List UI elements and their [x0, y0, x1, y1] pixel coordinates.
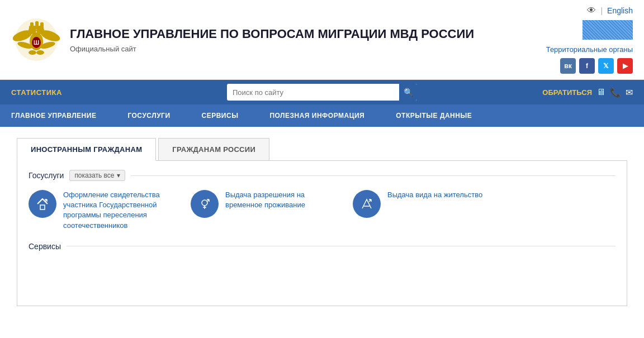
logo-emblem: Ш — [11, 15, 61, 65]
service-text-3[interactable]: Выдача вида на жительство — [387, 190, 482, 200]
contact-nav-item[interactable]: ОБРАТИТЬСЯ — [542, 88, 592, 97]
residence-permit-icon — [359, 196, 375, 212]
services-section: Сервисы — [29, 242, 615, 251]
service-text-2[interactable]: Выдача разрешения на временное проживани… — [225, 190, 336, 210]
tabs-row: ИНОСТРАННЫМ ГРАЖДАНАМ ГРАЖДАНАМ РОССИИ — [17, 138, 627, 161]
service-card-3: Выдача вида на жительство — [353, 190, 482, 231]
search-input[interactable] — [227, 88, 399, 97]
service-icon-circle-2 — [191, 190, 219, 218]
english-lang-link[interactable]: English — [607, 6, 633, 15]
svg-rect-9 — [40, 22, 44, 27]
service-icon-circle-1 — [29, 190, 56, 218]
logo-area: Ш ГЛАВНОЕ УПРАВЛЕНИЕ ПО ВОПРОСАМ МИГРАЦИ… — [11, 15, 543, 65]
nav-top-bar: СТАТИСТИКА 🔍 ОБРАТИТЬСЯ 🖥 📞 ✉ — [0, 80, 644, 104]
service-icon-circle-3 — [353, 190, 381, 218]
resettlement-icon — [35, 196, 50, 212]
show-all-button[interactable]: показать все ▾ — [69, 170, 125, 181]
nav-main-otkrytye[interactable]: ОТКРЫТЫЕ ДАННЫЕ — [380, 112, 487, 120]
nav-top-right: ОБРАТИТЬСЯ 🖥 📞 ✉ — [477, 87, 633, 98]
svg-text:Ш: Ш — [34, 40, 39, 46]
search-button[interactable]: 🔍 — [399, 84, 417, 101]
statistics-nav-item[interactable]: СТАТИСТИКА — [11, 88, 62, 97]
social-vk-icon[interactable]: вк — [560, 58, 576, 74]
social-icons-row: вк f 𝕏 ▶ — [560, 58, 633, 74]
lang-row: 👁 | English — [587, 6, 633, 16]
svg-point-14 — [29, 50, 36, 55]
monitor-icon[interactable]: 🖥 — [596, 87, 605, 97]
pattern-decoration — [583, 20, 633, 40]
services-title: Сервисы — [29, 242, 61, 251]
header-title-block: ГЛАВНОЕ УПРАВЛЕНИЕ ПО ВОПРОСАМ МИГРАЦИИ … — [70, 26, 474, 53]
header-right: 👁 | English Территориальные органы вк f … — [543, 6, 633, 74]
territorial-organs-link[interactable]: Территориальные органы — [546, 45, 633, 54]
service-card-2: Выдача разрешения на временное проживани… — [191, 190, 336, 231]
temporary-residence-icon — [197, 196, 212, 212]
svg-rect-16 — [40, 205, 45, 210]
email-icon[interactable]: ✉ — [626, 87, 633, 98]
site-title: ГЛАВНОЕ УПРАВЛЕНИЕ ПО ВОПРОСАМ МИГРАЦИИ … — [70, 26, 474, 42]
site-header: Ш ГЛАВНОЕ УПРАВЛЕНИЕ ПО ВОПРОСАМ МИГРАЦИ… — [0, 0, 644, 80]
tab-content-area: Госуслуги показать все ▾ Оформление свид… — [17, 161, 627, 306]
nav-main-gosusligi[interactable]: ГОСУСЛУГИ — [112, 112, 186, 120]
search-box: 🔍 — [227, 84, 417, 101]
social-yt-icon[interactable]: ▶ — [617, 58, 633, 74]
nav-main-servisy[interactable]: СЕРВИСЫ — [186, 112, 254, 120]
gosuslugi-line — [131, 175, 615, 176]
services-line — [67, 246, 615, 246]
tab-foreign-citizens[interactable]: ИНОСТРАННЫМ ГРАЖДАНАМ — [17, 138, 156, 161]
site-subtitle: Официальный сайт — [70, 45, 474, 53]
service-cards-row: Оформление свидетельства участника Госуд… — [29, 190, 615, 231]
show-all-label: показать все — [74, 172, 114, 179]
svg-rect-7 — [30, 22, 34, 27]
svg-point-15 — [36, 50, 44, 55]
nav-main-poleznaya[interactable]: ПОЛЕЗНАЯ ИНФОРМАЦИЯ — [254, 112, 380, 120]
lang-separator: | — [600, 6, 603, 15]
service-card-1: Оформление свидетельства участника Госуд… — [29, 190, 174, 231]
phone-icon[interactable]: 📞 — [610, 87, 621, 98]
svg-rect-8 — [35, 21, 39, 26]
search-area: 🔍 — [167, 84, 477, 101]
service-text-1[interactable]: Оформление свидетельства участника Госуд… — [63, 190, 174, 231]
gosuslugi-title: Госуслуги — [29, 171, 64, 180]
accessibility-icon[interactable]: 👁 — [587, 6, 596, 16]
gosuslugi-header: Госуслуги показать все ▾ — [29, 170, 615, 181]
social-fb-icon[interactable]: f — [579, 58, 595, 74]
content-area: ИНОСТРАННЫМ ГРАЖДАНАМ ГРАЖДАНАМ РОССИИ Г… — [0, 127, 644, 317]
chevron-down-icon: ▾ — [117, 172, 120, 179]
svg-point-17 — [202, 200, 207, 206]
search-icon: 🔍 — [404, 88, 413, 97]
nav-top-left: СТАТИСТИКА — [11, 87, 167, 97]
social-tw-icon[interactable]: 𝕏 — [598, 58, 614, 74]
tab-russian-citizens[interactable]: ГРАЖДАНАМ РОССИИ — [158, 138, 269, 160]
nav-main-bar: ГЛАВНОЕ УПРАВЛЕНИЕ ГОСУСЛУГИ СЕРВИСЫ ПОЛ… — [0, 104, 644, 127]
nav-main-upravlenie[interactable]: ГЛАВНОЕ УПРАВЛЕНИЕ — [11, 112, 112, 120]
